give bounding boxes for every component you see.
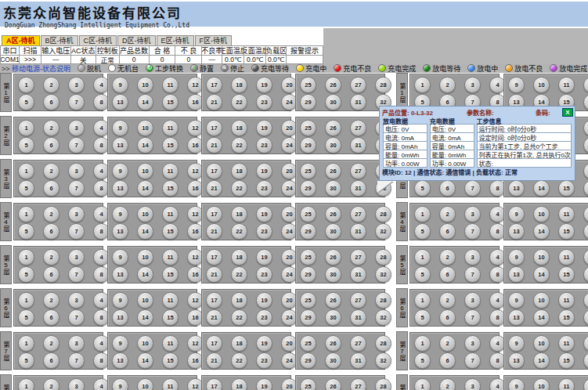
cell-button[interactable]: 17 [206, 378, 222, 390]
cell-button[interactable]: 11 [558, 249, 575, 265]
cell-button[interactable]: 10 [137, 292, 153, 309]
cell-button[interactable]: 18 [231, 292, 247, 309]
cell-button[interactable]: 22 [231, 180, 247, 197]
cell-button[interactable]: 7 [464, 352, 481, 369]
cell-button[interactable]: 15 [162, 352, 179, 369]
cell-button[interactable]: 28 [375, 206, 391, 222]
cell-button[interactable]: 26 [325, 206, 341, 222]
cell-button[interactable]: 6 [43, 180, 60, 197]
cell-button[interactable]: 19 [256, 206, 272, 222]
cell-button[interactable]: 15 [162, 94, 179, 110]
cell-button[interactable]: 19 [256, 378, 272, 390]
cell-button[interactable]: 1 [414, 206, 431, 222]
cell-button[interactable]: 23 [256, 266, 272, 283]
cell-button[interactable]: 7 [464, 309, 481, 326]
cell-button[interactable]: 5 [18, 137, 34, 153]
cell-button[interactable]: 11 [162, 163, 179, 179]
cell-button[interactable]: 22 [231, 352, 247, 369]
cell-button[interactable]: 5 [414, 266, 431, 283]
cell-button[interactable]: 16 [583, 223, 588, 240]
cell-button[interactable]: 25 [300, 77, 316, 93]
cell-button[interactable]: 13 [112, 266, 128, 283]
cell-button[interactable]: 25 [300, 163, 316, 179]
cell-button[interactable]: 26 [325, 77, 341, 93]
cell-button[interactable]: 30 [325, 309, 341, 326]
cell-button[interactable]: 22 [231, 94, 247, 110]
cell-button[interactable]: 2 [43, 77, 60, 93]
cell-button[interactable]: 25 [300, 249, 316, 265]
cell-button[interactable]: 11 [558, 77, 575, 93]
cell-button[interactable]: 10 [533, 206, 550, 222]
cell-button[interactable]: 2 [43, 120, 60, 136]
cell-button[interactable]: 6 [439, 309, 456, 326]
cell-button[interactable]: 7 [68, 223, 85, 240]
cell-button[interactable]: 3 [68, 292, 85, 309]
cell-button[interactable]: 11 [558, 206, 575, 222]
cell-button[interactable]: 17 [206, 77, 222, 93]
cell-button[interactable]: 3 [464, 292, 481, 309]
cell-button[interactable]: 15 [558, 309, 575, 326]
cell-button[interactable]: 31 [350, 180, 366, 197]
cell-button[interactable]: 17 [206, 335, 222, 352]
cell-button[interactable]: 11 [162, 249, 179, 265]
cell-button[interactable]: 3 [68, 206, 85, 222]
cell-button[interactable]: 11 [162, 378, 179, 390]
cell-button[interactable]: 10 [533, 249, 550, 265]
cell-button[interactable]: 2 [439, 249, 456, 265]
cell-button[interactable]: 3 [68, 163, 85, 179]
cell-button[interactable]: 14 [137, 309, 153, 326]
cell-button[interactable]: 21 [206, 352, 222, 369]
cell-button[interactable]: 14 [533, 352, 550, 369]
cell-button[interactable]: 1 [18, 335, 34, 352]
cell-button[interactable]: 9 [112, 378, 128, 390]
cell-button[interactable]: 5 [18, 223, 34, 240]
cell-button[interactable]: 1 [414, 249, 431, 265]
cell-button[interactable]: 29 [300, 137, 316, 153]
cell-button[interactable]: 25 [300, 120, 316, 136]
cell-button[interactable]: 11 [162, 120, 179, 136]
cell-button[interactable]: 27 [350, 292, 366, 309]
cell-button[interactable]: 7 [464, 266, 481, 283]
cell-button[interactable]: 16 [583, 266, 588, 283]
cell-button[interactable]: 22 [231, 309, 247, 326]
cell-button[interactable]: 30 [325, 94, 341, 110]
cell-button[interactable]: 13 [112, 309, 128, 326]
cell-button[interactable]: 31 [350, 309, 366, 326]
cell-button[interactable]: 7 [464, 180, 481, 197]
cell-button[interactable]: 2 [43, 163, 60, 179]
cell-button[interactable]: 5 [18, 180, 34, 197]
cell-button[interactable]: 31 [350, 223, 366, 240]
cell-button[interactable]: 2 [439, 335, 456, 352]
cell-button[interactable]: 13 [508, 180, 525, 197]
cell-button[interactable]: 19 [256, 77, 272, 93]
cell-button[interactable]: 9 [508, 206, 525, 222]
cell-button[interactable]: 10 [533, 77, 550, 93]
cell-button[interactable]: 29 [300, 352, 316, 369]
cell-button[interactable]: 27 [350, 335, 366, 352]
cell-button[interactable]: 16 [583, 309, 588, 326]
cell-button[interactable]: 18 [231, 206, 247, 222]
cell-button[interactable]: 28 [375, 292, 391, 309]
cell-button[interactable]: 3 [464, 249, 481, 265]
cell-button[interactable]: 30 [325, 266, 341, 283]
cell-button[interactable]: 18 [231, 249, 247, 265]
cell-button[interactable]: 12 [583, 206, 588, 222]
cell-button[interactable]: 7 [68, 180, 85, 197]
cell-button[interactable]: 26 [325, 335, 341, 352]
cell-button[interactable]: 2 [439, 292, 456, 309]
cell-button[interactable]: 26 [325, 120, 341, 136]
cell-button[interactable]: 26 [325, 163, 341, 179]
cell-button[interactable]: 1 [414, 292, 431, 309]
cell-button[interactable]: 32 [375, 266, 391, 283]
cell-button[interactable]: 16 [583, 137, 588, 153]
cell-button[interactable]: 1 [414, 378, 431, 390]
cell-button[interactable]: 22 [231, 223, 247, 240]
cell-button[interactable]: 15 [162, 137, 179, 153]
cell-button[interactable]: 10 [137, 249, 153, 265]
cell-button[interactable]: 2 [439, 206, 456, 222]
cell-button[interactable]: 27 [350, 77, 366, 93]
cell-button[interactable]: 14 [137, 223, 153, 240]
cell-button[interactable]: 10 [533, 292, 550, 309]
cell-button[interactable]: 2 [43, 206, 60, 222]
cell-button[interactable]: 29 [300, 309, 316, 326]
